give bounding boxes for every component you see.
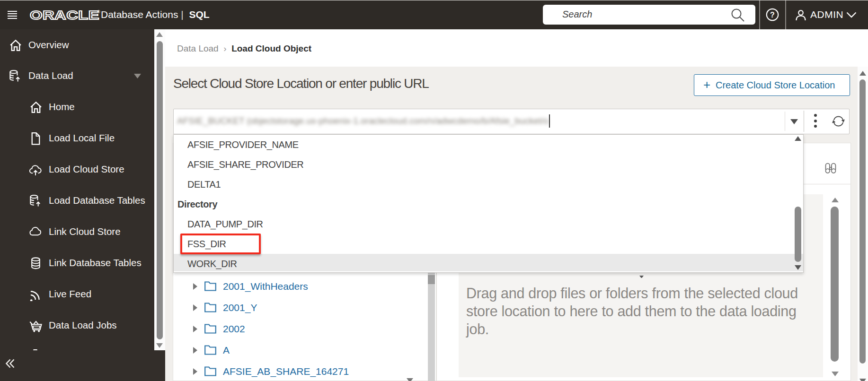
svg-text:?: ?: [770, 11, 775, 19]
svg-text:®: ®: [97, 9, 100, 14]
svg-text:ORACLE: ORACLE: [30, 9, 99, 22]
